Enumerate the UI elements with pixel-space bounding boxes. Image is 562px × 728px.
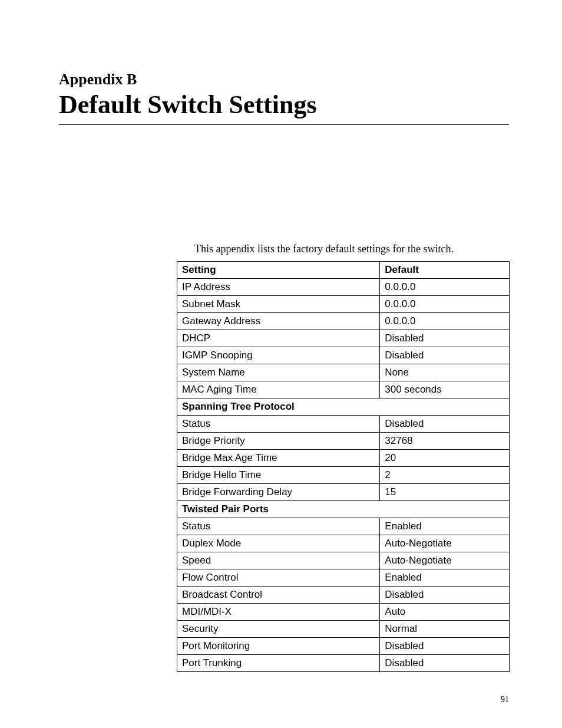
default-cell: 0.0.0.0: [380, 296, 510, 313]
setting-cell: Security: [177, 621, 380, 638]
table-row: MDI/MDI-XAuto: [177, 604, 510, 621]
table-row: Twisted Pair Ports: [177, 501, 510, 518]
default-cell: None: [380, 364, 510, 381]
setting-cell: Port Monitoring: [177, 638, 380, 655]
default-cell: 20: [380, 450, 510, 467]
table-row: StatusDisabled: [177, 416, 510, 433]
table-row: System NameNone: [177, 364, 510, 381]
table-row: MAC Aging Time300 seconds: [177, 381, 510, 398]
setting-cell: Bridge Hello Time: [177, 467, 380, 484]
default-cell: Disabled: [380, 655, 510, 672]
default-cell: Disabled: [380, 416, 510, 433]
table-row: Broadcast ControlDisabled: [177, 587, 510, 604]
setting-cell: Port Trunking: [177, 655, 380, 672]
default-cell: Normal: [380, 621, 510, 638]
table-row: Duplex ModeAuto-Negotiate: [177, 535, 510, 552]
setting-cell: System Name: [177, 364, 380, 381]
setting-cell: Duplex Mode: [177, 535, 380, 552]
table-row: Port TrunkingDisabled: [177, 655, 510, 672]
default-cell: Enabled: [380, 569, 510, 587]
table-row: Bridge Max Age Time20: [177, 450, 510, 467]
default-cell: Enabled: [380, 518, 510, 535]
appendix-label: Appendix B: [59, 71, 509, 88]
header-default: Default: [380, 262, 510, 279]
page-title: Default Switch Settings: [59, 90, 509, 125]
default-cell: 15: [380, 484, 510, 501]
table-row: Port MonitoringDisabled: [177, 638, 510, 655]
default-cell: Auto-Negotiate: [380, 535, 510, 552]
section-header-cell: Spanning Tree Protocol: [177, 398, 510, 416]
setting-cell: Flow Control: [177, 569, 380, 587]
default-cell: Disabled: [380, 638, 510, 655]
page-number: 91: [501, 695, 509, 704]
settings-table: Setting Default IP Address0.0.0.0Subnet …: [177, 261, 510, 672]
setting-cell: Status: [177, 518, 380, 535]
header-setting: Setting: [177, 262, 380, 279]
setting-cell: DHCP: [177, 330, 380, 347]
default-cell: 32768: [380, 433, 510, 450]
setting-cell: IGMP Snooping: [177, 347, 380, 364]
setting-cell: Bridge Priority: [177, 433, 380, 450]
table-row: IP Address0.0.0.0: [177, 279, 510, 296]
default-cell: Auto-Negotiate: [380, 552, 510, 569]
default-cell: 2: [380, 467, 510, 484]
table-row: DHCPDisabled: [177, 330, 510, 347]
default-cell: Disabled: [380, 347, 510, 364]
table-row: Spanning Tree Protocol: [177, 398, 510, 416]
intro-text: This appendix lists the factory default …: [194, 243, 509, 255]
default-cell: Disabled: [380, 587, 510, 604]
section-header-cell: Twisted Pair Ports: [177, 501, 510, 518]
setting-cell: Gateway Address: [177, 313, 380, 330]
table-header-row: Setting Default: [177, 262, 510, 279]
setting-cell: Speed: [177, 552, 380, 569]
default-cell: 0.0.0.0: [380, 313, 510, 330]
table-row: Bridge Forwarding Delay15: [177, 484, 510, 501]
default-cell: 0.0.0.0: [380, 279, 510, 296]
table-row: SecurityNormal: [177, 621, 510, 638]
default-cell: Auto: [380, 604, 510, 621]
table-row: Flow ControlEnabled: [177, 569, 510, 587]
setting-cell: IP Address: [177, 279, 380, 296]
table-row: Subnet Mask0.0.0.0: [177, 296, 510, 313]
setting-cell: Status: [177, 416, 380, 433]
default-cell: Disabled: [380, 330, 510, 347]
setting-cell: MDI/MDI-X: [177, 604, 380, 621]
setting-cell: Bridge Forwarding Delay: [177, 484, 380, 501]
table-row: StatusEnabled: [177, 518, 510, 535]
table-row: Gateway Address0.0.0.0: [177, 313, 510, 330]
setting-cell: Subnet Mask: [177, 296, 380, 313]
default-cell: 300 seconds: [380, 381, 510, 398]
table-body: IP Address0.0.0.0Subnet Mask0.0.0.0Gatew…: [177, 279, 510, 672]
setting-cell: MAC Aging Time: [177, 381, 380, 398]
table-row: IGMP SnoopingDisabled: [177, 347, 510, 364]
table-row: Bridge Priority32768: [177, 433, 510, 450]
table-row: Bridge Hello Time2: [177, 467, 510, 484]
setting-cell: Bridge Max Age Time: [177, 450, 380, 467]
setting-cell: Broadcast Control: [177, 587, 380, 604]
table-row: SpeedAuto-Negotiate: [177, 552, 510, 569]
